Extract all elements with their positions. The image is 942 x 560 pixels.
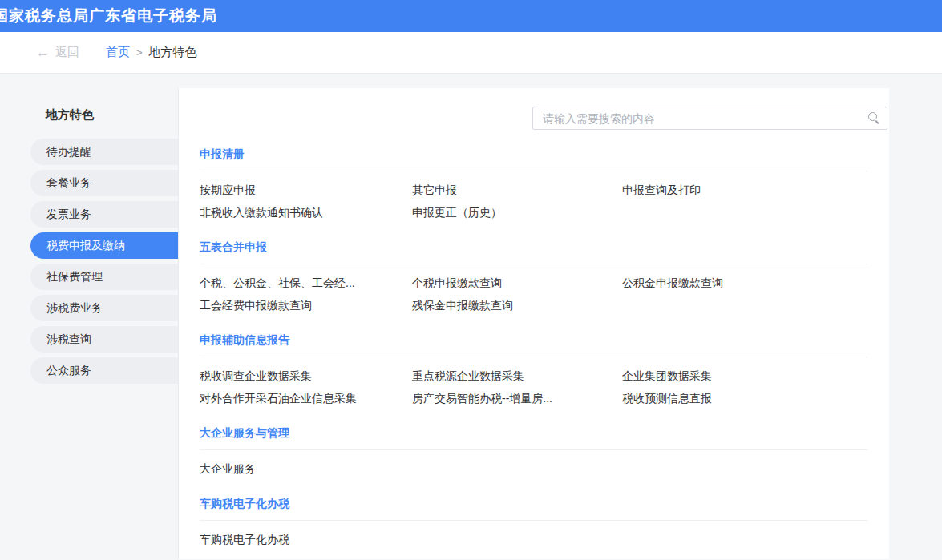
- service-sections: 申报清册 按期应申报 其它申报 申报查询及打印 非税收入缴款通知书确认 申报更正…: [179, 130, 889, 550]
- breadcrumb-home-link[interactable]: 首页: [106, 45, 130, 60]
- app-title: 国家税务总局广东省电子税务局: [0, 6, 217, 26]
- service-link[interactable]: 申报查询及打印: [622, 179, 867, 201]
- back-button-label: 返回: [55, 45, 79, 60]
- sidebar-item-tax-inquiry[interactable]: 涉税查询: [30, 326, 178, 353]
- sidebar-item-invoice-services[interactable]: 发票业务: [30, 201, 178, 228]
- service-link[interactable]: 其它申报: [412, 179, 622, 201]
- service-link[interactable]: 个税、公积金、社保、工会经...: [200, 272, 412, 294]
- section-items: 大企业服务: [200, 450, 867, 480]
- sidebar-item-tax-fee-services[interactable]: 涉税费业务: [30, 295, 178, 321]
- page-body: 地方特色 待办提醒 套餐业务 发票业务 税费申报及缴纳 社保费管理 涉税费业务 …: [0, 74, 942, 559]
- service-link[interactable]: 企业集团数据采集: [622, 365, 867, 387]
- breadcrumb-separator: >: [136, 46, 143, 58]
- search-icon[interactable]: [868, 112, 877, 121]
- back-arrow-icon: ←: [36, 45, 50, 61]
- service-link[interactable]: 残保金申报缴款查询: [412, 294, 622, 316]
- section-title: 申报清册: [200, 147, 867, 171]
- section-declaration-list: 申报清册 按期应申报 其它申报 申报查询及打印 非税收入缴款通知书确认 申报更正…: [200, 147, 867, 224]
- service-link[interactable]: 个税申报缴款查询: [412, 272, 622, 294]
- service-link[interactable]: 税收调查企业数据采集: [200, 365, 412, 387]
- section-items: 税收调查企业数据采集 重点税源企业数据采集 企业集团数据采集 对外合作开采石油企…: [200, 357, 867, 409]
- breadcrumb-bar: ← 返回 首页 > 地方特色: [0, 32, 942, 74]
- service-link[interactable]: 按期应申报: [200, 179, 412, 201]
- sidebar-item-pending-reminders[interactable]: 待办提醒: [30, 139, 178, 165]
- section-title: 五表合并申报: [200, 240, 867, 264]
- service-link[interactable]: 公积金申报缴款查询: [622, 272, 867, 294]
- service-link[interactable]: 税收预测信息直报: [622, 387, 867, 409]
- sidebar-item-public-services[interactable]: 公众服务: [30, 357, 178, 384]
- content-panel: 申报清册 按期应申报 其它申报 申报查询及打印 非税收入缴款通知书确认 申报更正…: [178, 88, 889, 559]
- section-title: 申报辅助信息报告: [200, 333, 867, 357]
- section-declaration-auxiliary-info: 申报辅助信息报告 税收调查企业数据采集 重点税源企业数据采集 企业集团数据采集 …: [200, 333, 867, 409]
- section-items: 车购税电子化办税: [200, 521, 867, 550]
- section-title: 车购税电子化办税: [200, 497, 867, 521]
- back-button[interactable]: ← 返回: [36, 45, 79, 61]
- search-input[interactable]: [533, 107, 887, 129]
- breadcrumb-current: 地方特色: [149, 45, 197, 60]
- breadcrumb: 首页 > 地方特色: [106, 45, 197, 60]
- service-link[interactable]: 房产交易智能办税--增量房...: [412, 387, 622, 409]
- service-link[interactable]: 大企业服务: [200, 457, 412, 480]
- service-link[interactable]: 对外合作开采石油企业信息采集: [200, 387, 412, 409]
- section-title: 大企业服务与管理: [200, 426, 867, 450]
- sidebar-title: 地方特色: [0, 74, 178, 139]
- service-link[interactable]: 重点税源企业数据采集: [412, 365, 622, 387]
- sidebar-item-social-insurance[interactable]: 社保费管理: [30, 264, 178, 290]
- search-input-wrapper: [532, 107, 887, 130]
- section-items: 按期应申报 其它申报 申报查询及打印 非税收入缴款通知书确认 申报更正（历史）: [200, 171, 867, 224]
- section-vehicle-purchase-tax: 车购税电子化办税 车购税电子化办税: [200, 497, 867, 550]
- section-items: 个税、公积金、社保、工会经... 个税申报缴款查询 公积金申报缴款查询 工会经费…: [200, 264, 867, 316]
- service-link[interactable]: 非税收入缴款通知书确认: [200, 201, 412, 224]
- sidebar-item-tax-declaration-payment[interactable]: 税费申报及缴纳: [30, 232, 178, 259]
- service-link[interactable]: 工会经费申报缴款查询: [200, 294, 412, 316]
- sidebar: 地方特色 待办提醒 套餐业务 发票业务 税费申报及缴纳 社保费管理 涉税费业务 …: [0, 74, 178, 559]
- app-header: 国家税务总局广东省电子税务局: [0, 0, 942, 32]
- service-link[interactable]: 申报更正（历史）: [412, 201, 622, 224]
- section-five-form-combined-declaration: 五表合并申报 个税、公积金、社保、工会经... 个税申报缴款查询 公积金申报缴款…: [200, 240, 867, 316]
- sidebar-item-package-services[interactable]: 套餐业务: [30, 170, 178, 196]
- service-link[interactable]: 车购税电子化办税: [200, 528, 412, 550]
- search-row: [179, 88, 889, 130]
- section-large-enterprise-services: 大企业服务与管理 大企业服务: [200, 426, 867, 480]
